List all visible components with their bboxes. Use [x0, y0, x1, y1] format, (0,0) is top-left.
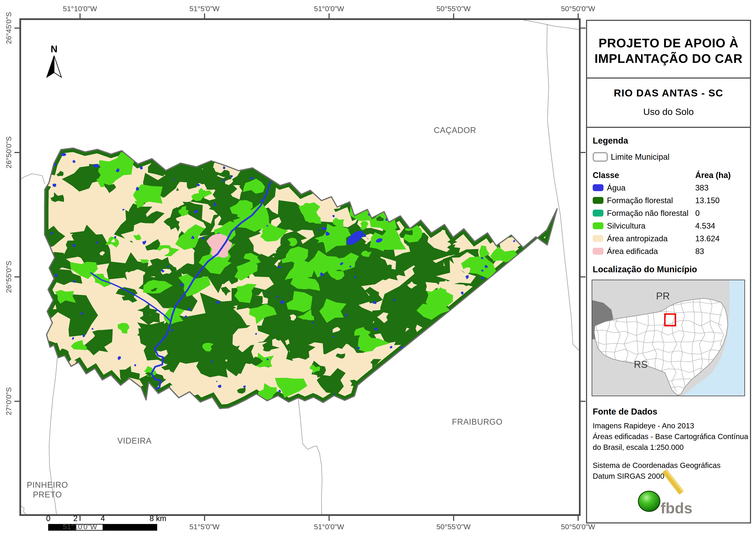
- legend-class-label: Formação florestal: [607, 196, 673, 205]
- graticule-label: 50°55'0"W: [437, 522, 471, 531]
- info-panel: PROJETO DE APOIO À IMPLANTAÇÃO DO CAR RI…: [586, 20, 751, 523]
- source-line: Áreas edificadas - Base Cartográfica Con…: [593, 431, 748, 442]
- legend-row: Silvicultura4.534: [593, 221, 745, 231]
- graticule-label: 27°0'0"S: [5, 387, 13, 415]
- limite-municipal-swatch: [593, 152, 608, 162]
- legend-row: Formação florestal13.150: [593, 196, 745, 206]
- graticule-tick: [329, 13, 330, 18]
- map-sheet: N CAÇADORFRAIBURGOVIDEIRAPINHEIRO PRETO …: [0, 0, 756, 534]
- graticule-tick: [453, 516, 454, 521]
- graticule-label: 26°45'0"S: [5, 12, 13, 44]
- fbds-logo: fbds: [621, 469, 718, 529]
- scalebar-number: 4: [101, 514, 105, 523]
- legend-table-header: Classe Área (ha): [593, 171, 743, 180]
- graticule-label: 50°55'0"W: [437, 5, 471, 13]
- neighbor-label: VIDEIRA: [117, 436, 151, 446]
- locator-map: PRRS: [592, 280, 745, 396]
- legend-color-swatch: [593, 235, 604, 242]
- legend-color-swatch: [593, 184, 604, 191]
- graticule-tick: [14, 28, 19, 29]
- neighbor-label: FRAIBURGO: [452, 417, 503, 427]
- graticule-tick: [14, 401, 19, 402]
- project-title-line1: PROJETO DE APOIO À: [587, 35, 750, 51]
- legend-area-value: 13.624: [695, 234, 719, 243]
- svg-text:RS: RS: [634, 359, 648, 370]
- graticule-tick: [14, 276, 19, 277]
- graticule-label: 51°0'0"W: [314, 522, 344, 531]
- graticule-tick: [578, 13, 579, 18]
- graticule-tick: [204, 516, 205, 521]
- legend-area-value: 0: [695, 209, 700, 218]
- north-arrow-label: N: [51, 44, 58, 54]
- limite-municipal-label: Limite Municipal: [611, 152, 669, 162]
- graticule-label: 51°10'0"W: [63, 5, 97, 13]
- legend-row: Área antropizada13.624: [593, 234, 745, 244]
- graticule-label: 51°0'0"W: [314, 5, 344, 13]
- scalebar-number: 2: [73, 514, 78, 523]
- graticule-label: 51°10'0"W: [63, 522, 97, 531]
- legend-area-value: 383: [695, 183, 709, 192]
- legend-color-swatch: [593, 248, 604, 255]
- source-line: Imagens Rapideye - Ano 2013: [593, 420, 748, 431]
- scalebar-bar: [43, 523, 168, 532]
- legend-color-swatch: [593, 210, 604, 216]
- legend-class-label: Formação não florestal: [607, 209, 688, 218]
- project-title: PROJETO DE APOIO À IMPLANTAÇÃO DO CAR: [587, 35, 750, 66]
- graticule-tick: [580, 401, 585, 402]
- graticule-label: 50°50'0"W: [561, 522, 595, 531]
- graticule-tick: [204, 13, 205, 18]
- panel-separator: [587, 127, 750, 128]
- graticule-tick: [580, 276, 585, 277]
- municipality-title: RIO DAS ANTAS - SC: [587, 87, 750, 99]
- svg-text:PR: PR: [656, 290, 670, 301]
- graticule-tick: [580, 28, 585, 29]
- map-theme-title: Uso do Solo: [587, 107, 750, 117]
- graticule-label: 26°55'0"S: [5, 261, 13, 293]
- map-frame: N CAÇADORFRAIBURGOVIDEIRAPINHEIRO PRETO …: [19, 18, 580, 516]
- graticule-label: 51°5'0"W: [189, 5, 220, 13]
- north-arrow-right-half: [54, 56, 61, 77]
- legend-color-swatch: [593, 197, 604, 204]
- graticule-tick: [14, 152, 19, 153]
- legend-area-value: 4.534: [695, 221, 715, 231]
- project-title-line2: IMPLANTAÇÃO DO CAR: [587, 51, 750, 66]
- graticule-tick: [79, 516, 81, 521]
- north-arrow-icon: N: [44, 43, 68, 80]
- logo-globe-icon: [638, 491, 660, 511]
- legend-color-swatch: [593, 222, 604, 229]
- graticule-tick: [578, 516, 579, 521]
- scalebar-numbers: 0248 km: [43, 514, 168, 523]
- graticule-label: 51°5'0"W: [189, 522, 220, 531]
- legend-col-classe: Classe: [593, 171, 619, 180]
- graticule-label: 50°50'0"W: [561, 5, 595, 13]
- legend-class-label: Silvicultura: [607, 221, 645, 231]
- scalebar-number: 0: [46, 514, 50, 523]
- logo-text: fbds: [661, 500, 692, 517]
- panel-separator: [587, 78, 750, 79]
- legend-row: Água383: [593, 183, 745, 193]
- scalebar: 0248 km: [43, 514, 168, 533]
- legend-class-label: Área edificada: [607, 247, 658, 256]
- logo-pencil-icon: [662, 469, 684, 495]
- logo-pencil-highlight: [665, 469, 684, 492]
- legend-area-value: 83: [695, 247, 704, 256]
- graticule-tick: [453, 13, 454, 18]
- locator-heading: Localização do Município: [593, 265, 697, 274]
- graticule-tick: [580, 152, 585, 153]
- source-heading: Fonte de Dados: [593, 407, 657, 417]
- legend-class-label: Área antropizada: [607, 234, 668, 243]
- legend-row: Área edificada83: [593, 247, 745, 256]
- neighbor-label: PINHEIRO PRETO: [27, 480, 68, 499]
- landuse-map-canvas: [21, 20, 579, 514]
- graticule-tick: [79, 13, 81, 18]
- north-arrow-left-half: [47, 56, 54, 77]
- scalebar-number: 8 km: [149, 514, 166, 523]
- legend-area-value: 13.150: [695, 196, 719, 205]
- legend-class-label: Água: [607, 183, 625, 192]
- legend-heading: Legenda: [593, 136, 628, 145]
- legend-row: Formação não florestal0: [593, 209, 745, 218]
- graticule-label: 26°50'0"S: [5, 136, 13, 168]
- source-line: do Brasil, escala 1:250.000: [593, 442, 748, 453]
- graticule-tick: [329, 516, 330, 521]
- neighbor-label: CAÇADOR: [434, 125, 476, 135]
